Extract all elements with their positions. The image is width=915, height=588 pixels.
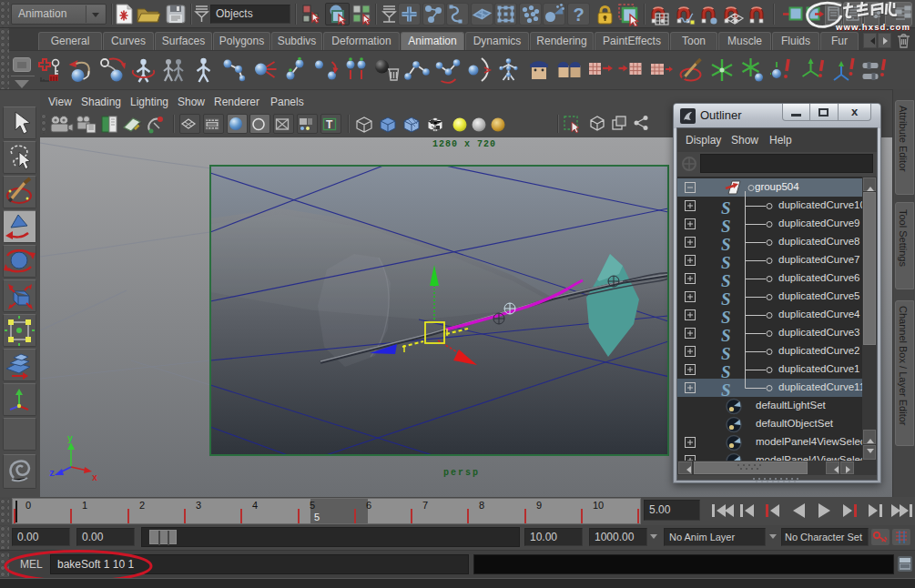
svg-text:S: S [721, 308, 731, 327]
svg-text:z: z [49, 469, 55, 479]
svg-text:x: x [92, 473, 97, 483]
svg-text:www.hxsd.com: www.hxsd.com [835, 22, 910, 32]
svg-text:?: ? [573, 5, 584, 25]
svg-text:persp: persp [443, 468, 480, 478]
svg-text:1280 x 720: 1280 x 720 [432, 139, 496, 149]
svg-text:S: S [721, 271, 731, 290]
svg-text:S: S [721, 344, 731, 363]
svg-text:S: S [721, 380, 731, 400]
svg-text:10: 10 [593, 500, 604, 511]
svg-text:S: S [721, 253, 731, 272]
svg-text:y: y [67, 434, 73, 444]
svg-text:2: 2 [139, 500, 145, 511]
svg-text:5: 5 [310, 500, 315, 511]
svg-text:S: S [721, 362, 731, 381]
svg-text:5: 5 [314, 512, 320, 522]
svg-text:9: 9 [536, 500, 542, 511]
svg-text:3: 3 [196, 500, 201, 511]
svg-text:S: S [721, 289, 731, 309]
svg-text:7: 7 [422, 500, 428, 511]
svg-text:0: 0 [25, 500, 31, 511]
svg-text:S: S [721, 217, 731, 236]
svg-text:S: S [721, 198, 731, 218]
svg-text:1: 1 [82, 500, 87, 511]
svg-text:4: 4 [252, 500, 258, 511]
svg-text:T: T [326, 118, 333, 131]
svg-text:S: S [721, 326, 731, 345]
svg-text:S: S [721, 235, 731, 254]
svg-text:6: 6 [366, 500, 371, 511]
svg-text:8: 8 [479, 500, 484, 511]
